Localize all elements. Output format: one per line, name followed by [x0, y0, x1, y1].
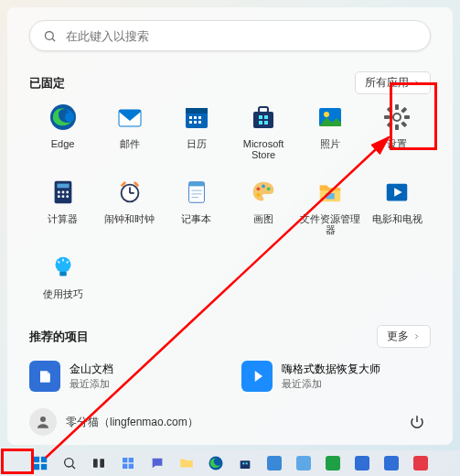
app-label: Edge: [51, 138, 75, 149]
recommended-item[interactable]: 金山文档 最近添加: [29, 361, 219, 392]
svg-point-57: [40, 416, 46, 422]
folder-icon: [315, 177, 346, 208]
app-movies[interactable]: 电影和电视: [364, 177, 431, 235]
widgets-icon: [121, 456, 135, 471]
app-label: 日历: [187, 138, 207, 149]
svg-rect-73: [245, 462, 247, 464]
user-account[interactable]: 零分猫（lingfenmao.com）: [29, 408, 198, 436]
all-apps-button[interactable]: 所有应用: [355, 71, 431, 94]
svg-rect-26: [387, 121, 393, 127]
taskview-icon: [91, 456, 106, 471]
svg-rect-9: [189, 121, 192, 124]
start-footer: 零分猫（lingfenmao.com）: [29, 395, 431, 436]
svg-rect-15: [264, 115, 268, 119]
search-box[interactable]: [29, 20, 431, 51]
power-button[interactable]: [403, 408, 431, 436]
app-label: 闹钟和时钟: [104, 213, 155, 224]
svg-rect-14: [259, 115, 262, 119]
app-notepad[interactable]: 记事本: [163, 177, 230, 235]
svg-rect-17: [264, 121, 268, 124]
svg-rect-51: [326, 193, 335, 200]
taskbar: [0, 450, 460, 476]
svg-rect-65: [100, 459, 104, 467]
svg-rect-72: [242, 462, 244, 464]
photos-icon: [315, 102, 346, 133]
app-settings[interactable]: 设置: [364, 102, 431, 160]
app-mail[interactable]: 邮件: [96, 102, 163, 160]
tb-app6[interactable]: [411, 453, 431, 473]
svg-rect-66: [123, 458, 127, 462]
pinned-grid: Edge 邮件 日历 Microsoft Store: [29, 102, 431, 299]
app-explorer[interactable]: 文件资源管理器: [297, 177, 364, 235]
app-clock[interactable]: 闹钟和时钟: [96, 177, 163, 235]
app-edge[interactable]: Edge: [29, 102, 96, 160]
gear-icon: [381, 102, 412, 133]
svg-point-47: [257, 188, 261, 191]
svg-rect-6: [189, 116, 192, 119]
tb-app1[interactable]: [264, 453, 284, 473]
svg-rect-7: [194, 116, 197, 119]
recommended-item[interactable]: 嗨格式数据恢复大师 最近添加: [241, 361, 432, 392]
svg-point-0: [46, 31, 54, 39]
svg-point-33: [61, 191, 64, 194]
search-input[interactable]: [66, 29, 417, 43]
svg-point-36: [61, 195, 64, 198]
tb-app2[interactable]: [294, 453, 314, 473]
tb-app3[interactable]: [323, 453, 343, 473]
svg-point-62: [64, 459, 72, 467]
search-icon: [43, 29, 57, 43]
app-calendar[interactable]: 日历: [163, 102, 230, 160]
recommended-title: 推荐的项目: [29, 329, 89, 345]
tb-chat[interactable]: [147, 453, 167, 473]
recommended-header: 推荐的项目 更多: [29, 325, 431, 348]
app-label: 设置: [387, 138, 407, 149]
tb-store[interactable]: [235, 453, 255, 473]
svg-point-48: [262, 185, 265, 189]
tb-edge[interactable]: [206, 453, 226, 473]
windows-icon: [32, 455, 48, 471]
app-icon: [413, 456, 428, 471]
svg-rect-61: [40, 464, 46, 470]
pinned-header: 已固定 所有应用: [29, 71, 431, 94]
start-menu: 已固定 所有应用 Edge 邮件 日历: [7, 7, 453, 445]
tb-widgets[interactable]: [118, 453, 138, 473]
app-label: 文件资源管理器: [299, 213, 361, 235]
app-paint[interactable]: 画图: [230, 177, 296, 235]
clock-icon: [114, 177, 145, 208]
calendar-icon: [181, 102, 212, 133]
tb-start[interactable]: [30, 453, 50, 473]
chat-icon: [150, 456, 165, 471]
app-tips[interactable]: 使用技巧: [29, 252, 96, 299]
tb-explorer[interactable]: [177, 453, 197, 473]
app-label: 使用技巧: [43, 288, 83, 299]
app-store[interactable]: Microsoft Store: [230, 102, 296, 160]
svg-rect-22: [395, 124, 399, 130]
edge-icon: [208, 455, 224, 471]
svg-rect-55: [59, 272, 67, 276]
rec-title: 嗨格式数据恢复大师: [282, 362, 380, 377]
rec-title: 金山文档: [70, 362, 113, 377]
svg-point-34: [66, 191, 69, 194]
svg-point-29: [394, 114, 400, 120]
svg-rect-11: [198, 121, 201, 124]
paint-icon: [248, 177, 279, 208]
svg-rect-31: [57, 184, 69, 189]
tb-search[interactable]: [59, 453, 80, 473]
recommended-grid: 金山文档 最近添加 嗨格式数据恢复大师 最近添加: [29, 361, 431, 392]
svg-line-1: [52, 38, 55, 41]
tb-taskview[interactable]: [89, 453, 109, 473]
more-button[interactable]: 更多: [377, 325, 431, 348]
tb-app5[interactable]: [381, 453, 401, 473]
svg-rect-23: [384, 115, 390, 119]
svg-rect-25: [401, 107, 408, 114]
bulb-icon: [48, 252, 79, 283]
rec-sub: 最近添加: [70, 377, 113, 391]
tb-app4[interactable]: [352, 453, 372, 473]
notepad-icon: [181, 177, 212, 208]
svg-point-50: [257, 193, 261, 197]
app-calculator[interactable]: 计算器: [29, 177, 96, 235]
svg-rect-12: [253, 112, 273, 128]
app-photos[interactable]: 照片: [297, 102, 364, 160]
svg-point-35: [57, 195, 59, 198]
rec-sub: 最近添加: [282, 377, 380, 391]
